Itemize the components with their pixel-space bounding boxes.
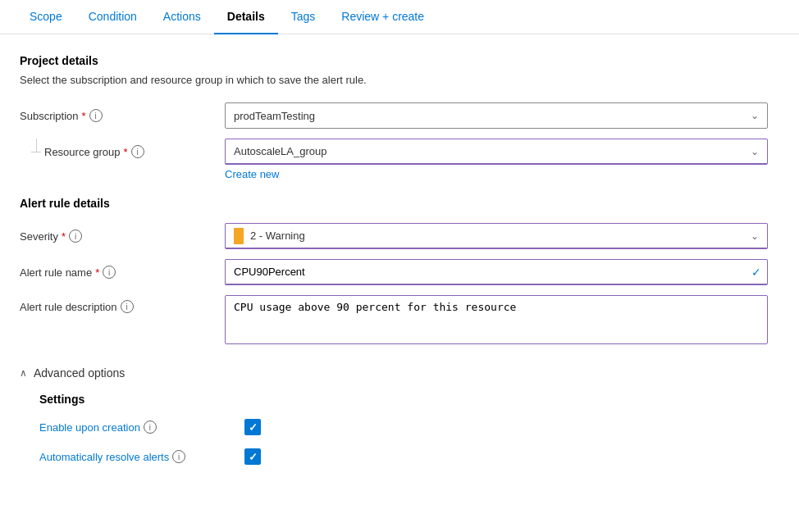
alert-rule-name-control: ✓: [225, 259, 768, 285]
auto-resolve-check-icon: ✓: [249, 451, 258, 463]
auto-resolve-info-icon[interactable]: i: [172, 450, 185, 463]
alert-rule-name-label: Alert rule name * i: [20, 266, 225, 279]
project-details-title: Project details: [20, 54, 768, 67]
resource-group-label: Resource group * i: [44, 139, 144, 158]
tab-actions[interactable]: Actions: [150, 0, 214, 34]
indent-line-horiz: [31, 152, 41, 152]
alert-rule-details-section: Alert rule details Severity * i 2 - Warn…: [20, 197, 768, 347]
tab-tags[interactable]: Tags: [278, 0, 329, 34]
alert-rule-name-row: Alert rule name * i ✓: [20, 259, 768, 285]
create-new-link[interactable]: Create new: [225, 168, 279, 180]
advanced-options-section: ∧ Advanced options Settings Enable upon …: [20, 366, 768, 465]
resource-group-control: AutoscaleLA_group ⌄ Create new: [225, 139, 768, 180]
enable-upon-creation-label: Enable upon creation i: [39, 421, 244, 434]
main-content: Project details Select the subscription …: [0, 34, 788, 498]
enable-upon-creation-row: Enable upon creation i ✓: [39, 419, 768, 435]
enable-upon-creation-info-icon[interactable]: i: [144, 421, 157, 434]
alert-rule-name-input[interactable]: [225, 259, 768, 285]
subscription-row: Subscription * i prodTeamTesting ⌄: [20, 102, 768, 129]
alert-rule-desc-control: CPU usage above 90 percent for this reso…: [225, 295, 768, 347]
severity-label: Severity * i: [20, 230, 225, 243]
advanced-options-header[interactable]: ∧ Advanced options: [20, 366, 768, 380]
severity-color-indicator: [234, 228, 244, 244]
subscription-select[interactable]: prodTeamTesting ⌄: [225, 102, 768, 129]
subscription-chevron-icon: ⌄: [751, 110, 759, 121]
alert-rule-desc-info-icon[interactable]: i: [121, 300, 134, 313]
resource-group-row: Resource group * i AutoscaleLA_group ⌄ C…: [20, 139, 768, 180]
alert-rule-desc-input[interactable]: CPU usage above 90 percent for this reso…: [225, 295, 768, 344]
severity-row: Severity * i 2 - Warning ⌄: [20, 223, 768, 249]
alert-rule-desc-row: Alert rule description i CPU usage above…: [20, 295, 768, 347]
severity-control: 2 - Warning ⌄: [225, 223, 768, 249]
subscription-info-icon[interactable]: i: [89, 109, 103, 122]
subscription-control: prodTeamTesting ⌄: [225, 102, 768, 129]
nav-tabs: Scope Condition Actions Details Tags Rev…: [0, 0, 799, 34]
alert-rule-name-check-icon: ✓: [751, 266, 761, 279]
settings-label: Settings: [39, 393, 768, 406]
severity-value: 2 - Warning: [250, 230, 305, 242]
tab-details[interactable]: Details: [214, 0, 278, 34]
project-details-desc: Select the subscription and resource gro…: [20, 74, 768, 86]
enable-upon-creation-check-icon: ✓: [249, 421, 258, 434]
resource-group-select[interactable]: AutoscaleLA_group ⌄: [225, 139, 768, 165]
resource-group-label-area: Resource group * i: [20, 139, 225, 158]
tab-scope[interactable]: Scope: [16, 0, 75, 34]
severity-info-icon[interactable]: i: [69, 230, 82, 243]
subscription-label: Subscription * i: [20, 109, 225, 122]
auto-resolve-row: Automatically resolve alerts i ✓: [39, 448, 768, 465]
auto-resolve-label: Automatically resolve alerts i: [39, 450, 244, 463]
project-details-section: Project details Select the subscription …: [20, 54, 768, 180]
enable-upon-creation-checkbox[interactable]: ✓: [244, 419, 261, 435]
tab-review-create[interactable]: Review + create: [328, 0, 437, 34]
subscription-value: prodTeamTesting: [234, 110, 315, 122]
severity-chevron-icon: ⌄: [751, 230, 759, 242]
alert-rule-details-title: Alert rule details: [20, 197, 768, 210]
collapse-icon: ∧: [20, 367, 27, 379]
indent-line-top: [36, 139, 37, 152]
resource-group-chevron-icon: ⌄: [751, 146, 759, 157]
resource-group-info-icon[interactable]: i: [131, 145, 144, 158]
tab-condition[interactable]: Condition: [75, 0, 150, 34]
advanced-options-content: Settings Enable upon creation i ✓ Automa…: [39, 393, 768, 465]
subscription-required: *: [82, 110, 86, 122]
auto-resolve-checkbox[interactable]: ✓: [244, 448, 261, 465]
alert-rule-desc-label: Alert rule description i: [20, 295, 225, 313]
alert-rule-name-info-icon[interactable]: i: [103, 266, 116, 279]
severity-select[interactable]: 2 - Warning ⌄: [225, 223, 768, 249]
resource-group-value: AutoscaleLA_group: [234, 145, 326, 157]
advanced-options-title: Advanced options: [34, 366, 125, 380]
